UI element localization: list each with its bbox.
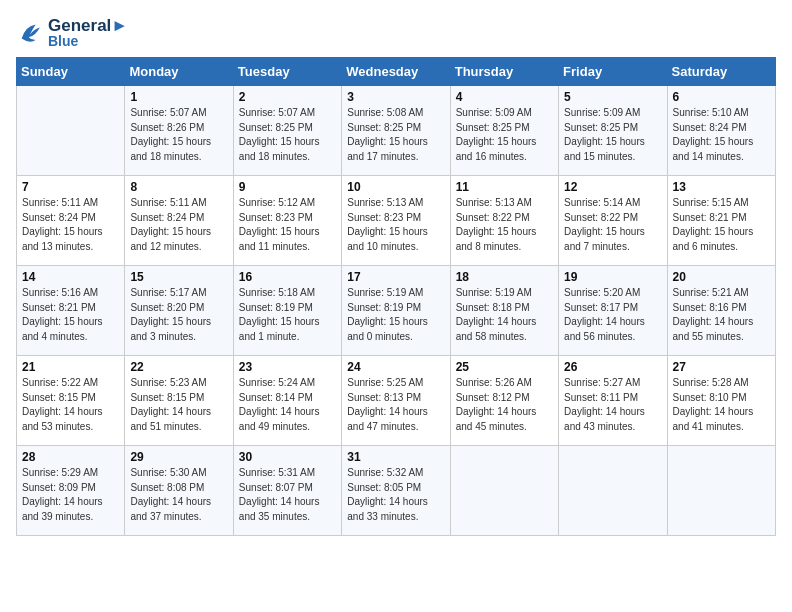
day-number: 3 <box>347 90 444 104</box>
calendar-cell: 18Sunrise: 5:19 AM Sunset: 8:18 PM Dayli… <box>450 266 558 356</box>
calendar-cell <box>559 446 667 536</box>
day-number: 29 <box>130 450 227 464</box>
day-info: Sunrise: 5:12 AM Sunset: 8:23 PM Dayligh… <box>239 196 336 254</box>
day-number: 10 <box>347 180 444 194</box>
day-number: 18 <box>456 270 553 284</box>
day-info: Sunrise: 5:07 AM Sunset: 8:26 PM Dayligh… <box>130 106 227 164</box>
day-info: Sunrise: 5:26 AM Sunset: 8:12 PM Dayligh… <box>456 376 553 434</box>
day-info: Sunrise: 5:19 AM Sunset: 8:19 PM Dayligh… <box>347 286 444 344</box>
weekday-header-thursday: Thursday <box>450 58 558 86</box>
day-info: Sunrise: 5:24 AM Sunset: 8:14 PM Dayligh… <box>239 376 336 434</box>
calendar-cell: 28Sunrise: 5:29 AM Sunset: 8:09 PM Dayli… <box>17 446 125 536</box>
day-number: 1 <box>130 90 227 104</box>
calendar-week-row: 28Sunrise: 5:29 AM Sunset: 8:09 PM Dayli… <box>17 446 776 536</box>
day-info: Sunrise: 5:10 AM Sunset: 8:24 PM Dayligh… <box>673 106 770 164</box>
day-info: Sunrise: 5:29 AM Sunset: 8:09 PM Dayligh… <box>22 466 119 524</box>
day-info: Sunrise: 5:11 AM Sunset: 8:24 PM Dayligh… <box>22 196 119 254</box>
day-info: Sunrise: 5:17 AM Sunset: 8:20 PM Dayligh… <box>130 286 227 344</box>
day-info: Sunrise: 5:28 AM Sunset: 8:10 PM Dayligh… <box>673 376 770 434</box>
calendar-cell: 21Sunrise: 5:22 AM Sunset: 8:15 PM Dayli… <box>17 356 125 446</box>
calendar-cell: 25Sunrise: 5:26 AM Sunset: 8:12 PM Dayli… <box>450 356 558 446</box>
calendar-cell: 27Sunrise: 5:28 AM Sunset: 8:10 PM Dayli… <box>667 356 775 446</box>
weekday-header-tuesday: Tuesday <box>233 58 341 86</box>
calendar-cell <box>17 86 125 176</box>
day-number: 27 <box>673 360 770 374</box>
calendar-cell: 31Sunrise: 5:32 AM Sunset: 8:05 PM Dayli… <box>342 446 450 536</box>
calendar-cell: 11Sunrise: 5:13 AM Sunset: 8:22 PM Dayli… <box>450 176 558 266</box>
day-number: 5 <box>564 90 661 104</box>
day-info: Sunrise: 5:27 AM Sunset: 8:11 PM Dayligh… <box>564 376 661 434</box>
logo-icon <box>16 19 44 47</box>
day-number: 11 <box>456 180 553 194</box>
day-info: Sunrise: 5:20 AM Sunset: 8:17 PM Dayligh… <box>564 286 661 344</box>
day-info: Sunrise: 5:23 AM Sunset: 8:15 PM Dayligh… <box>130 376 227 434</box>
day-number: 15 <box>130 270 227 284</box>
day-number: 20 <box>673 270 770 284</box>
calendar-table: SundayMondayTuesdayWednesdayThursdayFrid… <box>16 57 776 536</box>
day-number: 12 <box>564 180 661 194</box>
day-info: Sunrise: 5:09 AM Sunset: 8:25 PM Dayligh… <box>564 106 661 164</box>
calendar-cell: 2Sunrise: 5:07 AM Sunset: 8:25 PM Daylig… <box>233 86 341 176</box>
day-number: 7 <box>22 180 119 194</box>
day-number: 30 <box>239 450 336 464</box>
calendar-week-row: 1Sunrise: 5:07 AM Sunset: 8:26 PM Daylig… <box>17 86 776 176</box>
calendar-cell: 6Sunrise: 5:10 AM Sunset: 8:24 PM Daylig… <box>667 86 775 176</box>
calendar-cell: 1Sunrise: 5:07 AM Sunset: 8:26 PM Daylig… <box>125 86 233 176</box>
weekday-header-friday: Friday <box>559 58 667 86</box>
calendar-week-row: 21Sunrise: 5:22 AM Sunset: 8:15 PM Dayli… <box>17 356 776 446</box>
day-number: 4 <box>456 90 553 104</box>
day-info: Sunrise: 5:18 AM Sunset: 8:19 PM Dayligh… <box>239 286 336 344</box>
calendar-cell: 3Sunrise: 5:08 AM Sunset: 8:25 PM Daylig… <box>342 86 450 176</box>
day-number: 28 <box>22 450 119 464</box>
calendar-week-row: 14Sunrise: 5:16 AM Sunset: 8:21 PM Dayli… <box>17 266 776 356</box>
day-number: 2 <box>239 90 336 104</box>
weekday-header-row: SundayMondayTuesdayWednesdayThursdayFrid… <box>17 58 776 86</box>
day-info: Sunrise: 5:30 AM Sunset: 8:08 PM Dayligh… <box>130 466 227 524</box>
day-number: 23 <box>239 360 336 374</box>
day-number: 14 <box>22 270 119 284</box>
day-info: Sunrise: 5:14 AM Sunset: 8:22 PM Dayligh… <box>564 196 661 254</box>
calendar-cell: 4Sunrise: 5:09 AM Sunset: 8:25 PM Daylig… <box>450 86 558 176</box>
calendar-cell: 15Sunrise: 5:17 AM Sunset: 8:20 PM Dayli… <box>125 266 233 356</box>
day-info: Sunrise: 5:07 AM Sunset: 8:25 PM Dayligh… <box>239 106 336 164</box>
calendar-cell: 16Sunrise: 5:18 AM Sunset: 8:19 PM Dayli… <box>233 266 341 356</box>
day-info: Sunrise: 5:08 AM Sunset: 8:25 PM Dayligh… <box>347 106 444 164</box>
logo-text: General► Blue <box>48 16 128 49</box>
day-number: 26 <box>564 360 661 374</box>
day-info: Sunrise: 5:09 AM Sunset: 8:25 PM Dayligh… <box>456 106 553 164</box>
calendar-cell: 30Sunrise: 5:31 AM Sunset: 8:07 PM Dayli… <box>233 446 341 536</box>
weekday-header-saturday: Saturday <box>667 58 775 86</box>
day-info: Sunrise: 5:19 AM Sunset: 8:18 PM Dayligh… <box>456 286 553 344</box>
calendar-cell: 7Sunrise: 5:11 AM Sunset: 8:24 PM Daylig… <box>17 176 125 266</box>
calendar-cell: 22Sunrise: 5:23 AM Sunset: 8:15 PM Dayli… <box>125 356 233 446</box>
calendar-cell <box>450 446 558 536</box>
calendar-cell: 29Sunrise: 5:30 AM Sunset: 8:08 PM Dayli… <box>125 446 233 536</box>
calendar-week-row: 7Sunrise: 5:11 AM Sunset: 8:24 PM Daylig… <box>17 176 776 266</box>
calendar-cell: 23Sunrise: 5:24 AM Sunset: 8:14 PM Dayli… <box>233 356 341 446</box>
calendar-cell: 14Sunrise: 5:16 AM Sunset: 8:21 PM Dayli… <box>17 266 125 356</box>
day-number: 21 <box>22 360 119 374</box>
day-number: 22 <box>130 360 227 374</box>
calendar-cell: 17Sunrise: 5:19 AM Sunset: 8:19 PM Dayli… <box>342 266 450 356</box>
calendar-cell: 24Sunrise: 5:25 AM Sunset: 8:13 PM Dayli… <box>342 356 450 446</box>
day-info: Sunrise: 5:15 AM Sunset: 8:21 PM Dayligh… <box>673 196 770 254</box>
day-number: 17 <box>347 270 444 284</box>
calendar-cell: 8Sunrise: 5:11 AM Sunset: 8:24 PM Daylig… <box>125 176 233 266</box>
calendar-cell: 5Sunrise: 5:09 AM Sunset: 8:25 PM Daylig… <box>559 86 667 176</box>
day-info: Sunrise: 5:16 AM Sunset: 8:21 PM Dayligh… <box>22 286 119 344</box>
calendar-cell: 19Sunrise: 5:20 AM Sunset: 8:17 PM Dayli… <box>559 266 667 356</box>
day-info: Sunrise: 5:13 AM Sunset: 8:22 PM Dayligh… <box>456 196 553 254</box>
day-number: 6 <box>673 90 770 104</box>
calendar-cell: 10Sunrise: 5:13 AM Sunset: 8:23 PM Dayli… <box>342 176 450 266</box>
calendar-cell: 13Sunrise: 5:15 AM Sunset: 8:21 PM Dayli… <box>667 176 775 266</box>
weekday-header-sunday: Sunday <box>17 58 125 86</box>
day-number: 16 <box>239 270 336 284</box>
day-info: Sunrise: 5:25 AM Sunset: 8:13 PM Dayligh… <box>347 376 444 434</box>
day-number: 25 <box>456 360 553 374</box>
calendar-cell <box>667 446 775 536</box>
day-number: 8 <box>130 180 227 194</box>
day-info: Sunrise: 5:22 AM Sunset: 8:15 PM Dayligh… <box>22 376 119 434</box>
calendar-cell: 9Sunrise: 5:12 AM Sunset: 8:23 PM Daylig… <box>233 176 341 266</box>
calendar-cell: 20Sunrise: 5:21 AM Sunset: 8:16 PM Dayli… <box>667 266 775 356</box>
logo: General► Blue <box>16 16 128 49</box>
